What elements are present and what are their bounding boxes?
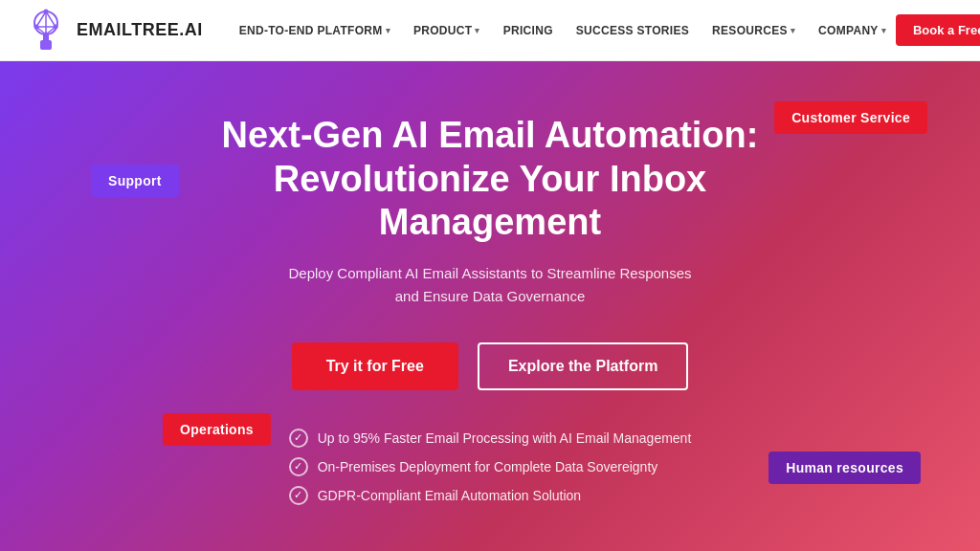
svg-point-11 xyxy=(54,24,58,29)
svg-point-9 xyxy=(44,9,49,13)
check-icon: ✓ xyxy=(289,486,308,505)
hero-subtitle: Deploy Compliant AI Email Assistants to … xyxy=(275,262,705,308)
explore-platform-button[interactable]: Explore the Platform xyxy=(478,342,688,390)
svg-point-10 xyxy=(34,24,39,29)
nav-item-resources[interactable]: RESOURCES ▾ xyxy=(702,18,805,43)
chevron-down-icon: ▾ xyxy=(475,26,479,35)
hero-features: ✓ Up to 95% Faster Email Processing with… xyxy=(289,429,692,505)
try-free-button[interactable]: Try it for Free xyxy=(292,342,458,390)
nav-links: END-TO-END PLATFORM ▾ PRODUCT ▾ PRICING … xyxy=(230,18,896,43)
feature-item-3: ✓ GDPR-Compliant Email Automation Soluti… xyxy=(289,486,581,505)
chevron-down-icon: ▾ xyxy=(791,26,795,35)
logo-area[interactable]: EMAILTREE.AI xyxy=(23,8,203,54)
nav-item-platform[interactable]: END-TO-END PLATFORM ▾ xyxy=(230,18,400,43)
svg-point-12 xyxy=(44,32,49,36)
float-label-human-resources: Human resources xyxy=(768,452,921,484)
logo-icon xyxy=(23,8,69,54)
check-icon: ✓ xyxy=(289,457,308,476)
hero-buttons: Try it for Free Explore the Platform xyxy=(292,342,689,390)
float-label-operations: Operations xyxy=(163,413,271,446)
navbar: EMAILTREE.AI END-TO-END PLATFORM ▾ PRODU… xyxy=(0,0,980,61)
chevron-down-icon: ▾ xyxy=(386,26,390,35)
nav-actions: Book a Free Demo EN ▾ xyxy=(896,14,980,46)
hero-title: Next-Gen AI Email Automation: Revolution… xyxy=(165,114,815,245)
feature-item-2: ✓ On-Premises Deployment for Complete Da… xyxy=(289,457,658,476)
chevron-down-icon: ▾ xyxy=(881,26,886,35)
check-icon: ✓ xyxy=(289,429,308,448)
nav-item-success-stories[interactable]: SUCCESS STORIES xyxy=(567,18,699,43)
hero-center: Next-Gen AI Email Automation: Revolution… xyxy=(165,114,815,505)
nav-item-product[interactable]: PRODUCT ▾ xyxy=(404,18,490,43)
hero-section: Support Customer Service Operations Huma… xyxy=(0,61,980,551)
float-label-support: Support xyxy=(91,165,179,197)
book-demo-button[interactable]: Book a Free Demo xyxy=(896,14,980,46)
nav-item-pricing[interactable]: PRICING xyxy=(494,18,563,43)
float-label-customer-service: Customer Service xyxy=(774,101,927,134)
nav-item-company[interactable]: COMPANY ▾ xyxy=(809,18,896,43)
logo-text: EMAILTREE.AI xyxy=(77,20,203,40)
feature-item-1: ✓ Up to 95% Faster Email Processing with… xyxy=(289,429,692,448)
